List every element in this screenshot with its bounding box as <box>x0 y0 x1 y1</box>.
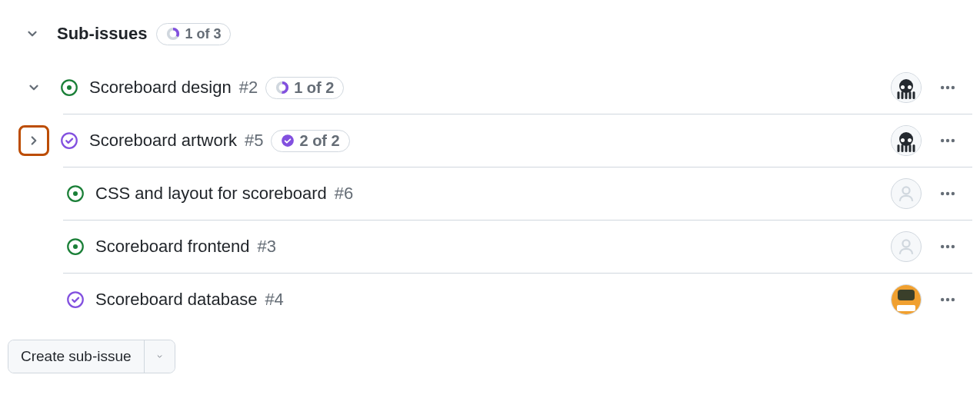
svg-point-25 <box>952 245 955 248</box>
person-icon <box>896 184 916 204</box>
assignee-avatar[interactable] <box>891 72 922 103</box>
assignee-avatar-empty[interactable] <box>891 231 922 262</box>
svg-point-12 <box>946 139 949 142</box>
issue-title: Scoreboard frontend <box>95 237 250 257</box>
svg-point-21 <box>73 244 78 249</box>
issue-title: Scoreboard design <box>89 78 232 98</box>
kebab-icon <box>939 185 956 202</box>
octocat-icon <box>892 126 921 155</box>
header-progress-pill: 1 of 3 <box>156 23 231 45</box>
sub-issues-header: Sub-issues 1 of 3 <box>8 12 972 61</box>
issue-open-icon <box>65 183 86 204</box>
progress-ring-icon <box>166 27 180 41</box>
collapse-toggle[interactable] <box>17 18 48 49</box>
issue-closed-icon <box>58 130 80 151</box>
svg-point-22 <box>902 240 909 247</box>
issue-closed-icon <box>65 289 86 310</box>
kebab-icon <box>939 79 956 96</box>
issue-number: #2 <box>239 78 258 98</box>
row-progress-text: 1 of 2 <box>294 79 334 97</box>
svg-point-10 <box>282 134 295 147</box>
issue-open-icon <box>58 77 80 98</box>
row-actions-button[interactable] <box>931 185 965 202</box>
svg-point-18 <box>946 192 949 195</box>
issue-title: Scoreboard artwork <box>89 131 237 151</box>
hubot-icon <box>892 285 921 314</box>
svg-point-11 <box>941 139 944 142</box>
row-progress-pill: 2 of 2 <box>271 130 349 152</box>
svg-point-6 <box>941 86 944 89</box>
svg-point-16 <box>902 187 909 194</box>
svg-point-17 <box>941 192 944 195</box>
issue-number: #4 <box>265 290 283 310</box>
svg-point-9 <box>62 133 77 148</box>
issue-open-icon <box>65 236 86 257</box>
issue-row[interactable]: Scoreboard artwork #5 2 of 2 <box>8 114 972 167</box>
issue-row[interactable]: Scoreboard frontend #3 <box>8 221 972 273</box>
expand-toggle[interactable] <box>18 125 49 156</box>
chevron-right-icon <box>27 134 41 148</box>
svg-point-7 <box>946 86 949 89</box>
kebab-icon <box>939 291 956 308</box>
kebab-icon <box>939 238 956 255</box>
svg-point-29 <box>952 298 955 301</box>
chevron-down-icon <box>25 27 39 41</box>
svg-point-27 <box>941 298 944 301</box>
create-sub-issue-group: Create sub-issue <box>8 340 175 373</box>
assignee-avatar[interactable] <box>891 125 922 156</box>
issue-title: Scoreboard database <box>95 290 257 310</box>
create-sub-issue-dropdown[interactable] <box>144 340 175 373</box>
assignee-avatar[interactable] <box>891 284 922 315</box>
octocat-icon <box>892 73 921 102</box>
svg-point-24 <box>946 245 949 248</box>
progress-complete-icon <box>281 134 295 148</box>
header-progress-text: 1 of 3 <box>185 26 221 42</box>
issue-row[interactable]: CSS and layout for scoreboard #6 <box>8 167 972 220</box>
svg-point-28 <box>946 298 949 301</box>
row-progress-pill: 1 of 2 <box>265 77 344 99</box>
issue-number: #5 <box>245 131 263 151</box>
svg-point-19 <box>952 192 955 195</box>
create-sub-issue-button[interactable]: Create sub-issue <box>8 340 144 373</box>
row-actions-button[interactable] <box>931 79 965 96</box>
svg-point-15 <box>73 191 78 196</box>
caret-down-icon <box>157 352 162 361</box>
svg-point-23 <box>941 245 944 248</box>
chevron-down-icon <box>27 81 41 95</box>
assignee-avatar-empty[interactable] <box>891 178 922 209</box>
issue-row[interactable]: Scoreboard database #4 <box>8 274 972 326</box>
svg-point-3 <box>67 85 72 90</box>
row-actions-button[interactable] <box>931 238 965 255</box>
svg-point-13 <box>952 139 955 142</box>
svg-point-26 <box>68 292 83 307</box>
progress-ring-icon <box>275 81 289 95</box>
row-actions-button[interactable] <box>931 291 965 308</box>
svg-point-8 <box>952 86 955 89</box>
issue-number: #6 <box>335 184 353 204</box>
row-progress-text: 2 of 2 <box>299 132 339 150</box>
kebab-icon <box>939 132 956 149</box>
issue-number: #3 <box>258 237 276 257</box>
row-actions-button[interactable] <box>931 132 965 149</box>
sub-issue-footer: Create sub-issue <box>8 340 972 373</box>
issue-title: CSS and layout for scoreboard <box>95 184 327 204</box>
issue-row[interactable]: Scoreboard design #2 1 of 2 <box>8 61 972 114</box>
expand-toggle[interactable] <box>18 72 49 103</box>
sub-issues-title: Sub-issues <box>57 24 147 44</box>
person-icon <box>896 237 916 257</box>
